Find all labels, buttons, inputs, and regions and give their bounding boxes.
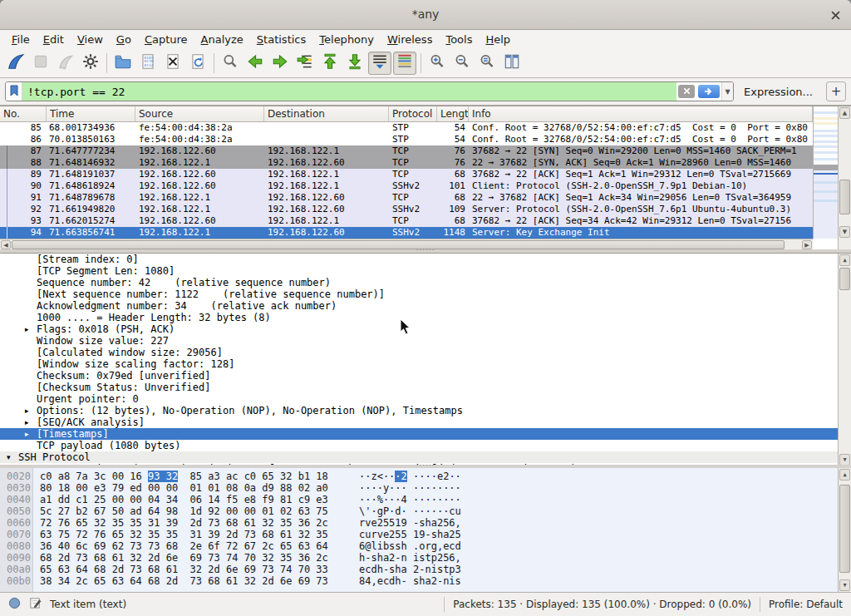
hex-row[interactable]: 0020c0 a8 7a 3c 00 16 93 32 85 a3 ac c0 … xyxy=(0,471,813,482)
auto-scroll-button[interactable] xyxy=(368,52,391,75)
column-header-time[interactable]: Time xyxy=(47,106,135,121)
hex-row[interactable]: 00a065 63 64 68 2d 73 68 61 32 2d 6e 69 … xyxy=(0,564,813,575)
title-bar[interactable]: *any xyxy=(0,0,851,30)
menu-analyze[interactable]: Analyze xyxy=(194,32,250,47)
capture-options-button[interactable] xyxy=(79,52,102,75)
detail-line[interactable]: ▸[Timestamps] xyxy=(0,428,851,440)
detail-line[interactable]: Acknowledgment number: 34 (relative ack … xyxy=(0,300,851,312)
menu-wireless[interactable]: Wireless xyxy=(381,32,439,47)
scroll-down-icon[interactable]: ▼ xyxy=(839,226,850,238)
scroll-left-icon[interactable]: ◀ xyxy=(1,240,11,249)
expander-icon[interactable]: ▸ xyxy=(25,428,29,440)
scroll-thumb[interactable] xyxy=(839,485,850,573)
go-last-button[interactable] xyxy=(343,52,366,75)
expander-icon[interactable]: ▸ xyxy=(25,416,29,428)
detail-line[interactable]: [TCP Segment Len: 1080] xyxy=(0,265,851,277)
hscroll-thumb[interactable] xyxy=(12,240,785,249)
packet-row[interactable]: 8568.001734936fe:54:00:d4:38:2aSTP54Conf… xyxy=(0,122,813,134)
packet-row[interactable]: 9271.661949820192.168.122.1192.168.122.6… xyxy=(0,204,813,215)
go-forward-button[interactable] xyxy=(268,52,292,75)
column-header-length[interactable]: Length xyxy=(437,106,469,121)
colorize-button[interactable] xyxy=(393,52,416,75)
hex-row[interactable]: 006072 76 65 32 35 35 31 39 2d 73 68 61 … xyxy=(0,517,813,529)
hex-vscrollbar[interactable]: ▲ ▼ xyxy=(838,468,851,592)
hex-row[interactable]: 009068 2d 73 68 61 32 2d 6e 69 73 74 70 … xyxy=(0,552,813,564)
intelligent-scrollbar[interactable] xyxy=(813,106,838,239)
hex-row[interactable]: 007063 75 72 76 65 32 35 35 31 39 2d 73 … xyxy=(0,529,813,540)
menu-file[interactable]: File xyxy=(5,32,37,47)
capture-comment-icon[interactable] xyxy=(29,597,42,612)
detail-line[interactable]: ▸[SEQ/ACK analysis] xyxy=(0,416,851,428)
detail-line[interactable]: [Calculated window size: 29056] xyxy=(0,347,851,358)
add-filter-button[interactable]: + xyxy=(826,81,846,101)
scroll-up-icon[interactable]: ▲ xyxy=(839,254,850,266)
expression-button[interactable]: Expression... xyxy=(734,86,823,98)
scroll-down-icon[interactable]: ▼ xyxy=(839,454,850,466)
menu-view[interactable]: View xyxy=(71,32,110,47)
close-file-button[interactable] xyxy=(161,52,184,75)
reload-file-button[interactable] xyxy=(186,52,209,75)
menu-edit[interactable]: Edit xyxy=(37,32,71,47)
packet-row[interactable]: 8771.647777234192.168.122.60192.168.122.… xyxy=(0,145,813,157)
scroll-thumb[interactable] xyxy=(839,180,850,214)
profile-label[interactable]: Profile: Default xyxy=(769,599,851,610)
packet-row[interactable]: 8670.013850163fe:54:00:d4:38:2aSTP54Conf… xyxy=(0,134,813,145)
column-header-no[interactable]: No. xyxy=(0,106,47,121)
details-vscrollbar[interactable]: ▲ ▼ xyxy=(838,254,851,466)
save-file-button[interactable]: 010101100112 xyxy=(136,52,160,75)
filter-history-dropdown[interactable]: ▼ xyxy=(721,82,733,101)
zoom-reset-button[interactable] xyxy=(475,52,499,75)
packet-list-vscrollbar[interactable]: ▲ ▼ xyxy=(838,106,851,250)
hex-row[interactable]: 00b038 34 2c 65 63 64 68 2d 73 68 61 32 … xyxy=(0,575,813,587)
detail-line[interactable]: Sequence number: 42 (relative sequence n… xyxy=(0,277,851,288)
display-filter-input[interactable] xyxy=(22,82,676,101)
detail-line[interactable]: [Stream index: 0] xyxy=(0,254,851,265)
menu-capture[interactable]: Capture xyxy=(138,32,194,47)
detail-line[interactable]: ▸Options: (12 bytes), No-Operation (NOP)… xyxy=(0,405,851,416)
hex-row[interactable]: 00505c 27 b2 67 50 ad 64 98 1d 92 00 00 … xyxy=(0,505,813,517)
menu-statistics[interactable]: Statistics xyxy=(250,32,312,47)
expander-icon[interactable]: ▸ xyxy=(25,323,29,335)
menu-go[interactable]: Go xyxy=(110,32,138,47)
go-first-button[interactable] xyxy=(318,52,342,75)
scroll-up-icon[interactable]: ▲ xyxy=(839,107,850,119)
menu-tools[interactable]: Tools xyxy=(439,32,479,47)
hex-row[interactable]: 0040a1 dd c1 25 00 00 04 34 06 14 f5 e8 … xyxy=(0,494,813,505)
detail-line[interactable]: Checksum: 0x79ed [unverified] xyxy=(0,370,851,382)
scroll-up-icon[interactable]: ▲ xyxy=(839,469,850,480)
packet-row[interactable]: 9171.648789678192.168.122.1192.168.122.6… xyxy=(0,192,813,204)
detail-line[interactable]: ▸Flags: 0x018 (PSH, ACK) xyxy=(0,323,851,335)
detail-line[interactable]: TCP payload (1080 bytes) xyxy=(0,440,851,451)
expander-icon[interactable]: ▾ xyxy=(7,451,11,463)
detail-line[interactable]: 1000 .... = Header Length: 32 bytes (8) xyxy=(0,312,851,323)
expert-info-icon[interactable] xyxy=(8,597,21,612)
go-back-button[interactable] xyxy=(243,52,267,75)
detail-line[interactable]: Window size value: 227 xyxy=(0,335,851,347)
detail-line[interactable]: [Next sequence number: 1122 (relative se… xyxy=(0,288,851,300)
column-header-source[interactable]: Source xyxy=(135,106,264,121)
go-to-packet-button[interactable] xyxy=(293,52,317,75)
packet-row[interactable]: 9371.662015274192.168.122.60192.168.122.… xyxy=(0,215,813,227)
packet-row[interactable]: 9071.648618924192.168.122.60192.168.122.… xyxy=(0,180,813,192)
resize-columns-button[interactable] xyxy=(500,52,524,75)
find-packet-button[interactable] xyxy=(219,52,242,75)
detail-line[interactable]: [Window size scaling factor: 128] xyxy=(0,358,851,370)
scroll-thumb[interactable] xyxy=(839,268,850,290)
packet-row[interactable]: 8871.648146932192.168.122.1192.168.122.6… xyxy=(0,157,813,169)
open-file-button[interactable] xyxy=(111,52,135,75)
scroll-right-icon[interactable]: ▶ xyxy=(802,240,812,249)
filter-apply-button[interactable] xyxy=(698,85,720,98)
menu-telephony[interactable]: Telephony xyxy=(312,32,381,47)
menu-help[interactable]: Help xyxy=(479,32,517,47)
expander-icon[interactable]: ▸ xyxy=(25,405,29,416)
packet-row[interactable]: 8971.648191037192.168.122.60192.168.122.… xyxy=(0,169,813,180)
detail-line[interactable]: Urgent pointer: 0 xyxy=(0,393,851,405)
detail-line[interactable]: [Checksum Status: Unverified] xyxy=(0,382,851,393)
hex-row[interactable]: 008036 40 6c 69 62 73 73 68 2e 6f 72 67 … xyxy=(0,540,813,552)
start-capture-button[interactable] xyxy=(4,52,27,75)
packet-list-hscrollbar[interactable]: ◀ ▶ xyxy=(0,239,813,250)
zoom-out-button[interactable] xyxy=(450,52,474,75)
filter-bookmark-button[interactable] xyxy=(6,82,22,101)
zoom-in-button[interactable] xyxy=(426,52,449,75)
close-button[interactable] xyxy=(826,6,844,24)
